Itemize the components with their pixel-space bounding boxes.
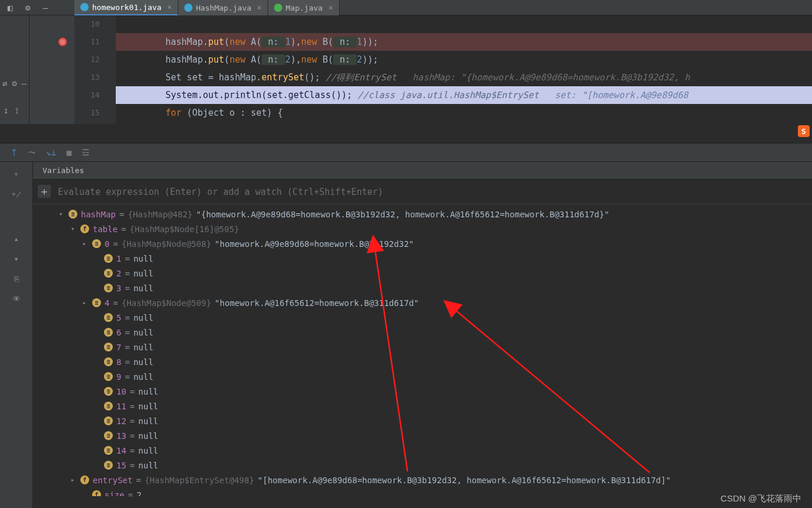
variable-type-icon: ≡	[104, 402, 113, 411]
variable-name: 11	[116, 402, 126, 411]
variable-row[interactable]: ▸f entrySet = {HashMap$EntrySet@498} "[h…	[33, 473, 812, 487]
line-number[interactable]: 13	[74, 69, 116, 86]
variable-row[interactable]: ·≡ 14 = null	[33, 443, 812, 458]
line-number[interactable]: 11	[74, 33, 116, 51]
variable-row[interactable]: ·≡ 3 = null	[33, 281, 812, 295]
plugin-badge[interactable]: S	[798, 125, 810, 137]
expand-up-icon[interactable]: ▴	[11, 232, 21, 246]
variable-row[interactable]: ·≡ 1 = null	[33, 251, 812, 266]
settings-icon[interactable]: ☲	[82, 148, 90, 157]
variable-name: hashMap	[81, 210, 116, 219]
code-line[interactable]: hashMap.put(new A( n: 2),new B( n: 2));	[116, 51, 812, 69]
close-icon[interactable]: ×	[167, 3, 171, 11]
variable-type-icon: ≡	[104, 416, 113, 425]
line-number[interactable]: 10	[74, 15, 116, 33]
debugger-left-rail: ▿ ▿̷ ▴ ▾ ⎘ 👁	[0, 162, 33, 508]
code-line[interactable]: hashMap.put(new A( n: 1),new B( n: 1));	[116, 33, 812, 51]
file-icon	[274, 4, 282, 12]
tool-icon[interactable]: ⇄	[2, 79, 7, 88]
editor-tab[interactable]: homework01.java ×	[74, 0, 178, 15]
line-number[interactable]: 15	[74, 104, 116, 122]
close-icon[interactable]: ×	[328, 4, 332, 12]
variable-name: entrySet	[93, 476, 132, 485]
variables-tree[interactable]: ▾≡ hashMap = {HashMap@482} "{homework.A@…	[33, 204, 812, 496]
variable-type-icon: ≡	[92, 298, 101, 307]
chevron-icon[interactable]: ▾	[57, 210, 65, 218]
variable-row[interactable]: ▾≡ hashMap = {HashMap@482} "{homework.A@…	[33, 207, 812, 222]
variable-type-icon: ≡	[104, 343, 113, 351]
variable-row[interactable]: ·≡ 10 = null	[33, 384, 812, 399]
variable-type-icon: ≡	[104, 357, 113, 366]
code-editor[interactable]: hashMap.put(new A( n: 1),new B( n: 1)); …	[116, 15, 812, 124]
variable-row[interactable]: ▸≡ 0 = {HashMap$Node@508} "homework.A@9e…	[33, 236, 812, 251]
variable-row[interactable]: ·≡ 9 = null	[33, 369, 812, 384]
variable-type-icon: ≡	[92, 239, 101, 248]
editor-tab[interactable]: HashMap.java ×	[178, 0, 268, 15]
editor-tab[interactable]: Map.java ×	[268, 0, 340, 15]
variable-row[interactable]: ·≡ 8 = null	[33, 354, 812, 369]
expand-down-icon[interactable]: ▾	[11, 252, 21, 266]
variable-name: size	[105, 490, 125, 497]
add-watch-button[interactable]: ＋	[38, 185, 51, 198]
variable-type-icon: ≡	[104, 254, 113, 263]
variable-name: 2	[116, 269, 121, 278]
filter-icon[interactable]: ▿	[11, 167, 21, 181]
variable-row[interactable]: ·≡ 2 = null	[33, 266, 812, 281]
calculator-icon[interactable]: ▦	[67, 148, 71, 157]
toolbar-icon[interactable]: ◧	[5, 2, 15, 13]
variable-name: 13	[116, 431, 126, 441]
variable-type-icon: ≡	[104, 431, 113, 440]
variable-name: 7	[116, 343, 121, 352]
tool-icon[interactable]: ⟟	[15, 106, 18, 116]
chevron-icon[interactable]: ▸	[69, 476, 77, 484]
code-line[interactable]: Set set = hashMap.entrySet(); //得到EntryS…	[116, 69, 812, 86]
chevron-icon[interactable]: ▾	[69, 225, 77, 233]
close-icon[interactable]: ×	[257, 4, 262, 12]
variable-name: 12	[116, 416, 126, 426]
code-line[interactable]	[116, 15, 812, 33]
line-number[interactable]: 12	[74, 51, 116, 69]
variable-type-icon: ≡	[104, 313, 113, 322]
variable-type-icon: ≡	[104, 387, 113, 396]
variable-row[interactable]: ▾f table = {HashMap$Node[16]@505}	[33, 222, 812, 236]
line-gutter: 101112131415	[74, 15, 116, 124]
editor-tabs: homework01.java × HashMap.java × Map.jav…	[74, 0, 340, 15]
variable-type-icon: ≡	[104, 461, 113, 470]
variable-row[interactable]: ▸≡ 4 = {HashMap$Node@509} "homework.A@16…	[33, 295, 812, 310]
evaluate-expression-input[interactable]: Evaluate expression (Enter) or add a wat…	[33, 180, 812, 204]
chevron-icon[interactable]: ▸	[80, 299, 89, 307]
minimize-icon[interactable]: —	[40, 2, 51, 13]
breakpoint-gutter[interactable]	[30, 15, 74, 124]
step-into-icon[interactable]: ↘⟂	[46, 148, 56, 157]
watch-icon[interactable]: 👁	[10, 292, 23, 306]
rerun-icon[interactable]: ⤒	[11, 148, 18, 157]
variable-row[interactable]: ·≡ 13 = null	[33, 428, 812, 443]
variable-type-icon: f	[92, 490, 101, 496]
step-icon[interactable]: ⤳	[28, 148, 35, 157]
variable-row[interactable]: ·≡ 12 = null	[33, 413, 812, 428]
gear-icon[interactable]: ⚙	[22, 2, 33, 13]
variable-row[interactable]: ·≡ 5 = null	[33, 310, 812, 325]
variables-panel-header: Variables	[33, 162, 812, 180]
chevron-icon[interactable]: ▸	[80, 240, 89, 248]
variable-row[interactable]: ·≡ 6 = null	[33, 325, 812, 340]
line-number[interactable]: 14	[74, 86, 116, 104]
variable-row[interactable]: ·≡ 7 = null	[33, 340, 812, 354]
variable-name: 14	[116, 446, 126, 455]
gear-icon[interactable]: ⚙	[12, 79, 17, 88]
tool-icon[interactable]: ↧	[4, 106, 8, 115]
variable-name: 0	[105, 239, 109, 249]
code-line[interactable]: System.out.println(set.getClass()); //cl…	[116, 86, 812, 104]
variable-name: 3	[116, 284, 121, 293]
variable-row[interactable]: ·≡ 15 = null	[33, 458, 812, 473]
filter-off-icon[interactable]: ▿̷	[9, 187, 24, 201]
variable-row[interactable]: ·≡ 11 = null	[33, 399, 812, 413]
copy-icon[interactable]: ⎘	[12, 272, 21, 286]
variable-name: 1	[116, 254, 121, 263]
variable-name: 9	[116, 372, 121, 382]
variable-name: table	[93, 224, 118, 234]
variable-row[interactable]: ·f size = 2	[33, 487, 812, 496]
breakpoint-icon[interactable]	[58, 37, 67, 47]
minimize-icon[interactable]: —	[22, 79, 27, 88]
code-line[interactable]: for (Object o : set) {	[116, 104, 812, 122]
